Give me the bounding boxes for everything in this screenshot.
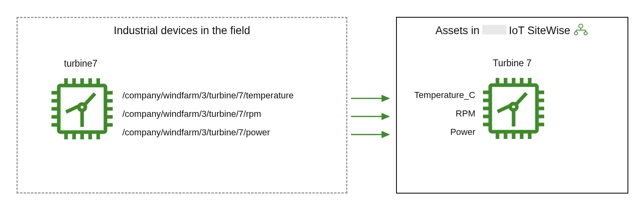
device-field-tag: turbine7 [64, 58, 97, 69]
hierarchy-icon [573, 23, 589, 37]
mapping-arrows [350, 93, 394, 143]
sitewise-assets-box: Assets in IoT SiteWise Turbine 7 [396, 17, 628, 194]
turbine-chip-icon [477, 72, 550, 146]
svg-point-31 [584, 32, 587, 35]
property-power: Power [397, 127, 475, 137]
assets-title-suffix: IoT SiteWise [509, 24, 570, 37]
property-rpm: RPM [397, 108, 475, 119]
property-temperature: Temperature_C [397, 90, 475, 100]
diagram-canvas: Industrial devices in the field turbine7 [0, 0, 644, 206]
stream-path-rpm: /company/windfarm/3/turbine/7/rpm [122, 109, 294, 119]
field-devices-title: Industrial devices in the field [18, 24, 346, 37]
data-stream-paths: /company/windfarm/3/turbine/7/temperatur… [122, 90, 294, 146]
stream-path-power: /company/windfarm/3/turbine/7/power [122, 127, 294, 138]
turbine-chip-icon [46, 73, 118, 147]
assets-box-title: Assets in IoT SiteWise [397, 23, 627, 38]
asset-name: Turbine 7 [397, 58, 627, 69]
field-devices-box: Industrial devices in the field turbine7 [17, 17, 347, 194]
redacted-brand-name [482, 25, 506, 35]
svg-line-56 [516, 93, 526, 104]
assets-title-prefix: Assets in [436, 24, 480, 37]
svg-point-30 [574, 32, 578, 35]
svg-point-25 [579, 24, 583, 28]
svg-line-24 [85, 94, 95, 105]
asset-properties: Temperature_C RPM Power [397, 90, 475, 145]
stream-path-temperature: /company/windfarm/3/turbine/7/temperatur… [122, 90, 294, 101]
